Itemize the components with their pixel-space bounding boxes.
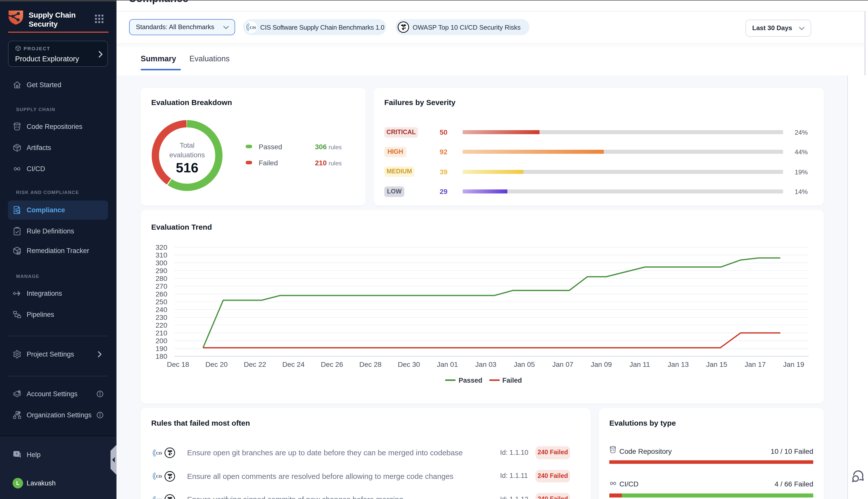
svg-text:230: 230: [156, 314, 167, 321]
svg-text:Jan 01: Jan 01: [437, 361, 458, 368]
svg-text:210: 210: [156, 329, 167, 337]
svg-text:Failed: Failed: [502, 377, 522, 384]
svg-text:250: 250: [156, 298, 167, 306]
svg-text:CIS: CIS: [156, 498, 162, 499]
svg-text:Dec 22: Dec 22: [244, 361, 266, 368]
svg-text:220: 220: [156, 321, 167, 329]
svg-text:Dec 28: Dec 28: [359, 361, 382, 368]
svg-text:Jan 19: Jan 19: [783, 361, 804, 368]
svg-text:240: 240: [156, 306, 167, 314]
svg-text:Jan 03: Jan 03: [475, 361, 496, 368]
svg-text:CIS: CIS: [156, 474, 162, 478]
svg-text:Jan 15: Jan 15: [706, 361, 727, 368]
svg-text:260: 260: [156, 290, 167, 298]
svg-text:280: 280: [156, 275, 167, 282]
svg-text:Jan 13: Jan 13: [668, 361, 689, 368]
svg-text:Jan 07: Jan 07: [552, 361, 573, 368]
svg-text:Jan 17: Jan 17: [745, 361, 766, 368]
svg-text:310: 310: [156, 251, 167, 259]
svg-text:320: 320: [156, 243, 167, 251]
svg-text:Dec 24: Dec 24: [282, 361, 305, 368]
svg-text:290: 290: [156, 267, 167, 275]
svg-text:Dec 18: Dec 18: [167, 361, 189, 368]
svg-text:?: ?: [15, 452, 17, 456]
svg-text:190: 190: [156, 345, 167, 353]
svg-text:Jan 09: Jan 09: [591, 361, 612, 368]
svg-text:CIS: CIS: [156, 451, 162, 455]
svg-text:300: 300: [156, 259, 167, 267]
svg-text:Dec 20: Dec 20: [206, 361, 228, 368]
svg-text:Dec 30: Dec 30: [398, 361, 420, 368]
svg-text:270: 270: [156, 282, 167, 290]
svg-text:Passed: Passed: [459, 377, 483, 384]
svg-text:180: 180: [156, 353, 167, 360]
svg-text:200: 200: [156, 337, 167, 345]
svg-text:CIS: CIS: [250, 26, 256, 30]
svg-text:Jan 11: Jan 11: [629, 361, 650, 368]
svg-text:Dec 26: Dec 26: [321, 361, 343, 368]
svg-text:Jan 05: Jan 05: [514, 361, 535, 368]
